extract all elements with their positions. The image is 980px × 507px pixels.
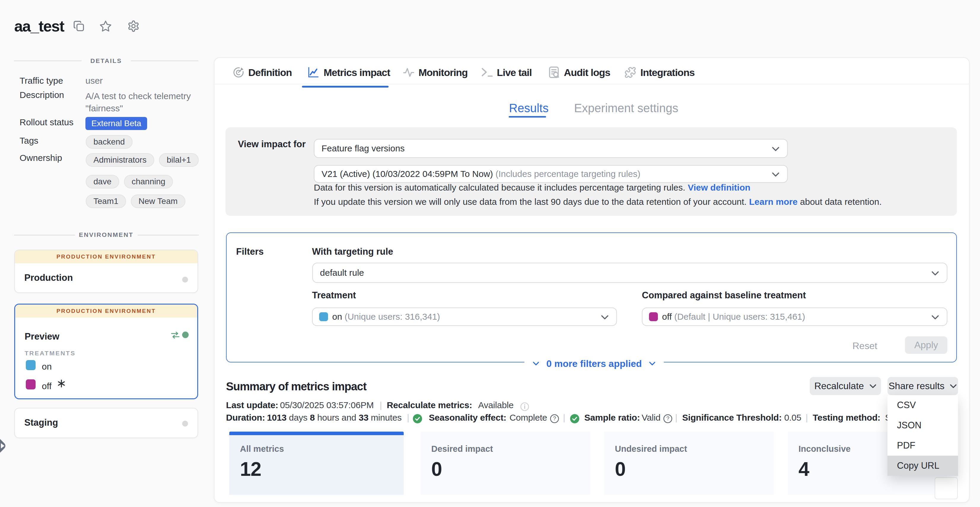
svg-text:?: ? (666, 415, 669, 421)
svg-text:?: ? (553, 415, 556, 421)
